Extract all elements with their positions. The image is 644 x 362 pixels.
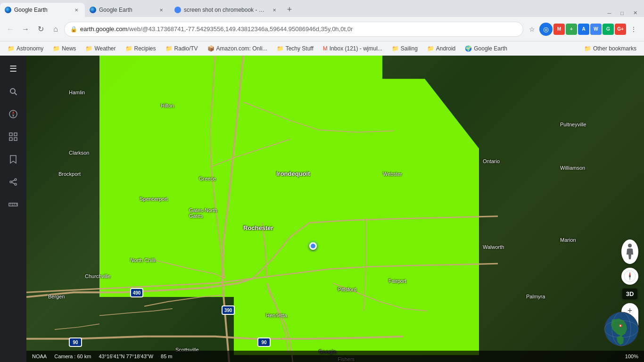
home-button[interactable]: ⌂ [49,23,62,36]
bookmark-label: News [62,45,76,52]
svg-point-20 [628,244,632,247]
bookmark-amazon[interactable]: 📦 Amazon.com: Onli... [204,44,271,53]
bookmark-recipies[interactable]: 📁 Recipies [122,44,160,53]
coords-label: 43°16'41"N 77°18'43"W [99,354,153,359]
folder-icon: 📁 [277,45,284,52]
folder-icon: 📁 [85,45,92,52]
reload-button[interactable]: ↻ [34,23,47,36]
noaa-label: NOAA [32,354,47,359]
bookmark-label: Google Earth [474,45,507,52]
svg-rect-5 [9,133,12,136]
tab-2-title: Google Earth [99,7,155,13]
bookmark-label: Amazon.com: Onli... [216,45,267,52]
bookmark-inbox[interactable]: M Inbox (121) - wjmul... [319,44,386,53]
bookmark-other[interactable]: 📁 Other bookmarks [580,44,640,53]
highway-490-label: 490 [133,290,141,296]
tab-2[interactable]: Google Earth ✕ [85,3,170,17]
translate-icon[interactable]: A [578,24,589,35]
url-bar[interactable]: 🔒 earth.google.com/web/@43.17368741,-77.… [64,22,523,37]
close-button[interactable]: ✕ [630,9,640,17]
tab-3-close[interactable]: ✕ [271,6,278,14]
folder-icon: 📁 [53,45,60,52]
main-content: ☰ [0,56,644,362]
tab-1-close[interactable]: ✕ [73,6,80,14]
3d-button[interactable]: 3D [622,288,638,299]
svg-rect-8 [14,138,17,140]
more-menu-icon[interactable]: ⋮ [627,23,640,36]
grid-icon[interactable] [4,127,23,146]
ext-red-icon[interactable]: G+ [615,24,626,35]
svg-rect-7 [9,138,12,140]
compass-button[interactable] [621,268,638,285]
folder-icon: 📁 [125,45,132,52]
gmail-ext-icon[interactable]: M [553,24,565,35]
ext-green2-icon[interactable]: G [603,24,614,35]
toolbar-icons: ☆ ◎ M + A W G G+ ⋮ [525,23,640,36]
bookmark-label: Techy Stuff [286,45,314,52]
tab-1-title: Google Earth [14,7,70,13]
search-icon[interactable] [4,82,23,101]
bookmark-save-icon[interactable] [4,150,23,169]
highway-90-left-label: 90 [73,340,78,345]
tab-1[interactable]: Google Earth ✕ [0,3,85,17]
svg-rect-6 [14,133,17,136]
highway-90-right: 90 [257,337,271,347]
amazon-icon: 📦 [207,45,215,52]
back-button[interactable]: ← [4,23,17,36]
tab-1-favicon [5,7,11,13]
ext-blue-icon[interactable]: W [590,24,602,35]
tab-2-close[interactable]: ✕ [157,6,165,14]
status-bar: NOAA Camera : 60 km 43°16'41"N 77°18'43"… [26,351,644,362]
bookmark-news[interactable]: 📁 News [49,44,80,53]
bookmark-android[interactable]: 📁 Android [423,44,459,53]
forward-button[interactable]: → [19,23,32,36]
tab-bar: Google Earth ✕ Google Earth ✕ screen sho… [0,0,644,17]
customize-icon[interactable]: ☆ [525,23,538,36]
svg-line-13 [12,182,15,184]
bookmark-sailing[interactable]: 📁 Sailing [388,44,421,53]
bookmark-label: Android [436,45,455,52]
location-dot [309,242,317,250]
bookmark-techy[interactable]: 📁 Techy Stuff [273,44,317,53]
maximize-button[interactable]: □ [618,9,627,17]
bookmark-weather[interactable]: 📁 Weather [82,44,119,53]
bookmark-radiotv[interactable]: 📁 Radio/TV [162,44,202,53]
tab-3[interactable]: screen shot on chromebook - Go... ✕ [170,3,283,17]
svg-line-1 [15,93,17,95]
bookmark-google-earth[interactable]: 🌍 Google Earth [461,44,511,53]
svg-marker-4 [12,114,14,117]
bookmark-label: Inbox (121) - wjmul... [330,45,382,52]
new-tab-button[interactable]: + [283,3,296,16]
ext-green-icon[interactable]: + [566,24,577,35]
share-icon[interactable] [4,173,23,191]
map-area[interactable]: 390 490 90 90 Hamlin Hilton Clarkson Bro… [26,56,644,362]
globe-minimap[interactable] [603,310,640,348]
folder-icon: 📁 [392,45,399,52]
svg-point-10 [10,181,12,183]
compass-icon[interactable] [4,105,23,123]
folder-icon: 📁 [584,45,591,52]
svg-point-29 [620,325,621,327]
street-view-button[interactable] [621,239,638,264]
lock-icon: 🔒 [70,26,77,33]
minimize-button[interactable]: ─ [605,9,614,17]
highway-390-label: 390 [224,308,232,313]
lens-icon[interactable]: ◎ [539,23,553,36]
url-domain: earth.google.com [80,25,127,33]
zoom-label: 100% [625,354,638,359]
folder-icon: 📁 [8,45,15,52]
svg-point-9 [15,179,17,181]
highway-490: 490 [130,288,143,297]
highway-390: 390 [222,305,235,315]
highway-90-label: 90 [261,340,266,345]
browser-frame: Google Earth ✕ Google Earth ✕ screen sho… [0,0,644,362]
bookmark-label: Sailing [401,45,418,52]
ruler-icon[interactable] [4,195,23,214]
menu-icon[interactable]: ☰ [4,59,23,78]
bookmark-astronomy[interactable]: 📁 Astronomy [4,44,47,53]
bookmark-label: Other bookmarks [593,45,636,52]
bookmark-label: Weather [94,45,116,52]
svg-point-11 [15,183,17,185]
folder-icon: 📁 [427,45,434,52]
bookmark-label: Recipies [134,45,156,52]
